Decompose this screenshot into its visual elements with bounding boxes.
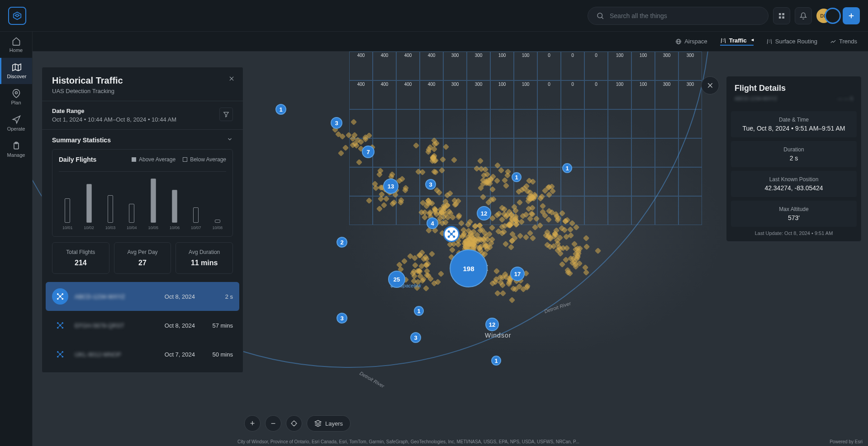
map-cluster[interactable]: 12 [477, 206, 491, 221]
filter-icon [223, 111, 229, 117]
map-icon [12, 63, 21, 72]
details-title: Flight Details [726, 76, 861, 96]
svg-point-58 [57, 351, 59, 353]
svg-rect-6 [779, 16, 781, 19]
map-cluster[interactable]: 3 [410, 332, 421, 343]
svg-point-51 [57, 327, 59, 329]
flight-duration: 50 mins [210, 351, 233, 358]
navigate-icon [12, 115, 21, 124]
chart-bar[interactable]: 10/03 [105, 195, 116, 230]
chart-bar[interactable]: 10/01 [62, 198, 73, 230]
chart-bar[interactable]: 10/02 [84, 184, 94, 230]
drone-icon [52, 317, 68, 333]
plus-icon: + [250, 419, 255, 428]
map-cluster[interactable]: 1 [414, 306, 424, 316]
user-menu[interactable]: DE [816, 9, 831, 23]
svg-line-54 [58, 324, 59, 324]
svg-line-36 [452, 235, 454, 236]
flight-list-item[interactable]: EFGH-5678-QRST Oct 8, 2024 57 mins [46, 311, 239, 340]
chart-bar[interactable]: 10/08 [212, 220, 223, 230]
svg-point-13 [15, 92, 17, 94]
flight-list-item[interactable]: IJKL-9012-MNOP Oct 7, 2024 50 mins [46, 340, 239, 369]
map-cluster[interactable]: 1 [562, 163, 572, 173]
map-cluster[interactable]: 17 [510, 267, 525, 281]
chart-bar[interactable]: 10/06 [170, 190, 180, 230]
tab-airspace[interactable]: Airspace [675, 38, 707, 45]
svg-marker-14 [13, 116, 20, 123]
map-cluster[interactable]: 1 [491, 356, 501, 366]
details-last-update: Last Update: Oct 8, 2024 • 9:51 AM [726, 230, 861, 236]
stat-avg-duration: Avg Duration 11 mins [175, 242, 233, 274]
flight-list-item[interactable]: ABCD-1234-WXYZ Oct 8, 2024 2 s [46, 282, 239, 311]
notifications-button[interactable] [795, 7, 812, 24]
map-cluster[interactable]: 3 [337, 313, 347, 324]
svg-rect-53 [59, 324, 61, 326]
tab-traffic[interactable]: Traffic [720, 37, 754, 46]
layers-button[interactable]: Layers [307, 415, 351, 432]
zoom-in-button[interactable]: + [244, 415, 261, 432]
locate-button[interactable] [286, 415, 302, 432]
map-cluster[interactable]: 1 [512, 172, 522, 182]
historical-traffic-panel: Historical Traffic UAS Detection Trackin… [42, 67, 243, 373]
date-range-label: Date Range [52, 108, 176, 114]
layers-icon [314, 420, 322, 427]
svg-line-63 [58, 352, 59, 353]
details-duration: Duration 2 s [731, 141, 857, 167]
svg-line-45 [58, 295, 59, 296]
search-icon [596, 12, 604, 20]
minus-icon: − [271, 419, 276, 428]
tab-surface-routing[interactable]: Surface Routing [766, 38, 817, 45]
nav-plan[interactable]: Plan [0, 84, 32, 110]
crosshair-icon [290, 420, 298, 427]
summary-collapse-toggle[interactable] [227, 136, 233, 144]
nav-operate[interactable]: Operate [0, 110, 32, 136]
svg-rect-5 [782, 13, 784, 15]
nav-home[interactable]: Home [0, 32, 32, 58]
map-cluster[interactable]: 25 [388, 271, 405, 288]
app-logo[interactable] [8, 7, 26, 25]
chart-bar[interactable]: 10/05 [148, 178, 158, 230]
svg-point-43 [62, 298, 63, 300]
map-cluster[interactable]: 3 [425, 179, 436, 190]
grid-icon [778, 12, 785, 19]
chart-bar[interactable]: 10/04 [127, 204, 137, 230]
map-cluster-large[interactable]: 198 [450, 249, 488, 287]
svg-line-66 [61, 355, 62, 356]
map-cluster[interactable]: 12 [485, 318, 499, 331]
filter-button[interactable] [219, 108, 233, 121]
apps-button[interactable] [773, 7, 790, 24]
svg-point-2 [598, 13, 602, 18]
tab-trends[interactable]: Trends [830, 38, 857, 45]
home-icon [12, 37, 21, 46]
nav-discover[interactable]: Discover [0, 58, 32, 84]
map-cluster[interactable]: 1 [275, 104, 286, 115]
flight-date: Oct 7, 2024 [165, 351, 195, 358]
chart-bar[interactable]: 10/07 [191, 207, 201, 230]
map-cluster[interactable]: 3 [331, 117, 342, 129]
stat-total-flights: Total Flights 214 [52, 242, 109, 274]
details-close-button[interactable] [701, 76, 719, 94]
details-datetime: Date & Time Tue, Oct 8, 2024 • 9:51 AM–9… [731, 111, 857, 137]
map-cluster[interactable]: 7 [362, 146, 375, 158]
svg-line-24 [767, 39, 768, 44]
drone-marker[interactable] [443, 226, 460, 242]
drone-icon [52, 288, 68, 305]
search-input[interactable] [610, 12, 760, 19]
nav-manage[interactable]: Manage [0, 136, 32, 163]
panel-close-button[interactable] [228, 75, 235, 84]
global-search[interactable] [588, 7, 768, 25]
svg-line-20 [721, 38, 721, 43]
svg-point-60 [57, 356, 59, 357]
svg-marker-10 [13, 64, 21, 71]
add-button[interactable] [843, 7, 860, 24]
map-cluster[interactable]: 13 [383, 178, 398, 194]
zoom-out-button[interactable]: − [265, 415, 281, 432]
svg-line-46 [61, 295, 62, 296]
svg-marker-0 [14, 12, 21, 19]
drone-icon [447, 230, 456, 239]
map-cluster[interactable]: 2 [337, 237, 347, 248]
panel-subtitle: UAS Detection Tracking [52, 88, 233, 94]
svg-marker-1 [15, 14, 19, 16]
map-cluster[interactable]: 4 [427, 217, 438, 229]
svg-point-67 [292, 421, 296, 425]
